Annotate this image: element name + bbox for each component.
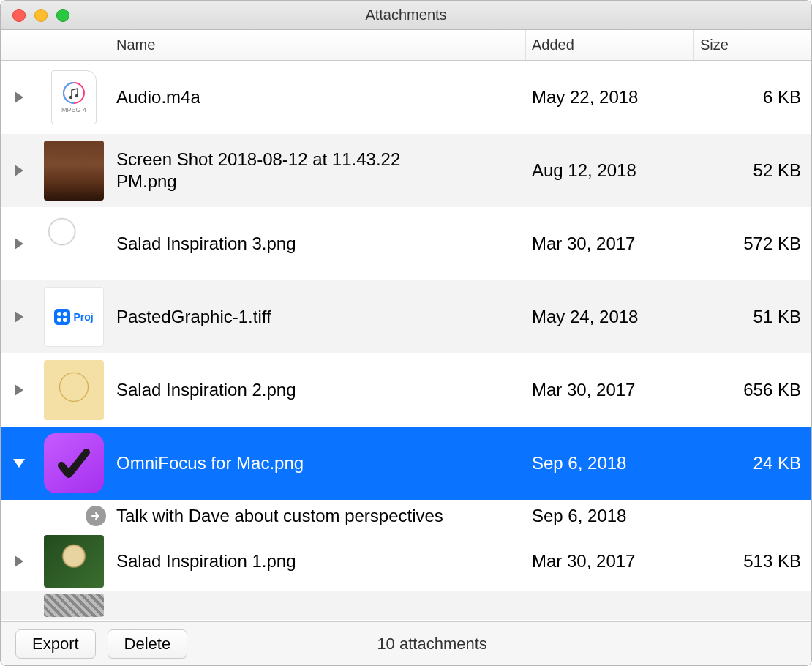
close-window-button[interactable] <box>12 9 26 22</box>
image-thumbnail <box>44 141 104 201</box>
table-row[interactable]: MPEG 4 Audio.m4a May 22, 2018 6 KB <box>1 61 811 134</box>
file-size: 6 KB <box>763 87 801 108</box>
table-row[interactable]: Salad Inspiration 3.png Mar 30, 2017 572… <box>1 207 811 280</box>
file-added: Sep 6, 2018 <box>532 453 626 474</box>
titlebar[interactable]: Attachments <box>1 1 811 30</box>
image-thumbnail: Proj <box>44 287 104 347</box>
column-header-name[interactable]: Name <box>110 30 526 60</box>
table-body: MPEG 4 Audio.m4a May 22, 2018 6 KB Scree… <box>1 61 811 621</box>
file-added: Aug 12, 2018 <box>532 160 636 181</box>
table-row[interactable]: Salad Inspiration 2.png Mar 30, 2017 656… <box>1 353 811 427</box>
file-added: Mar 30, 2017 <box>532 551 635 572</box>
status-text: 10 attachments <box>199 635 665 654</box>
file-added: May 24, 2018 <box>532 307 638 327</box>
window-controls <box>1 9 69 22</box>
file-size: 572 KB <box>743 233 801 254</box>
file-name: Salad Inspiration 2.png <box>116 379 296 401</box>
audio-file-icon: MPEG 4 <box>51 70 97 124</box>
disclosure-triangle-icon[interactable] <box>15 238 23 250</box>
image-thumbnail <box>44 214 104 274</box>
disclosure-triangle-icon[interactable] <box>15 555 23 567</box>
file-name: OmniFocus for Mac.png <box>116 452 304 474</box>
table-row[interactable]: Screen Shot 2018-08-12 at 11.43.22 PM.pn… <box>1 134 811 207</box>
column-header-thumbnail[interactable] <box>37 30 110 60</box>
file-name: Salad Inspiration 1.png <box>116 550 296 572</box>
svg-point-2 <box>69 96 72 99</box>
column-header-added[interactable]: Added <box>526 30 694 60</box>
image-thumbnail <box>44 360 104 420</box>
file-size: 51 KB <box>753 307 801 327</box>
file-name: Salad Inspiration 3.png <box>116 233 296 255</box>
table-row[interactable]: OmniFocus for Mac.png Sep 6, 2018 24 KB <box>1 427 811 500</box>
file-name: Screen Shot 2018-08-12 at 11.43.22 PM.pn… <box>116 149 453 192</box>
task-added: Sep 6, 2018 <box>532 506 626 526</box>
disclosure-triangle-icon[interactable] <box>15 165 23 176</box>
window-title: Attachments <box>365 7 446 23</box>
app-badge-icon <box>54 309 70 325</box>
column-header-row: Name Added Size <box>1 30 811 61</box>
file-added: Mar 30, 2017 <box>532 233 635 254</box>
disclosure-triangle-icon[interactable] <box>15 311 23 323</box>
minimize-window-button[interactable] <box>34 9 48 22</box>
table-row[interactable]: Proj PastedGraphic-1.tiff May 24, 2018 5… <box>1 280 811 353</box>
file-size: 52 KB <box>753 160 801 181</box>
export-button[interactable]: Export <box>15 629 96 659</box>
file-added: May 22, 2018 <box>532 87 638 108</box>
delete-button[interactable]: Delete <box>108 629 188 659</box>
file-name: Audio.m4a <box>116 86 200 108</box>
column-header-size[interactable]: Size <box>694 30 811 60</box>
arrow-right-circle-icon[interactable] <box>86 506 106 526</box>
table-sub-row[interactable]: Talk with Dave about custom perspectives… <box>1 500 811 532</box>
file-size: 513 KB <box>743 551 801 572</box>
svg-point-3 <box>75 94 78 97</box>
footer-toolbar: Export Delete 10 attachments <box>1 621 811 665</box>
file-size: 656 KB <box>743 380 801 400</box>
app-icon <box>44 433 104 493</box>
image-thumbnail <box>44 594 104 617</box>
file-name: PastedGraphic-1.tiff <box>116 306 271 328</box>
task-name: Talk with Dave about custom perspectives <box>116 505 443 527</box>
column-header-disclosure[interactable] <box>1 30 37 60</box>
file-size: 24 KB <box>753 453 801 474</box>
zoom-window-button[interactable] <box>56 9 69 22</box>
table-row[interactable] <box>1 591 811 620</box>
image-thumbnail <box>44 535 104 588</box>
disclosure-triangle-icon[interactable] <box>13 459 25 468</box>
disclosure-triangle-icon[interactable] <box>15 91 23 103</box>
disclosure-triangle-icon[interactable] <box>15 384 23 396</box>
table-row[interactable]: Salad Inspiration 1.png Mar 30, 2017 513… <box>1 532 811 591</box>
file-added: Mar 30, 2017 <box>532 380 635 400</box>
attachments-window: Attachments Name Added Size MPEG 4 Audio… <box>0 0 812 666</box>
audio-file-tag: MPEG 4 <box>61 106 86 113</box>
